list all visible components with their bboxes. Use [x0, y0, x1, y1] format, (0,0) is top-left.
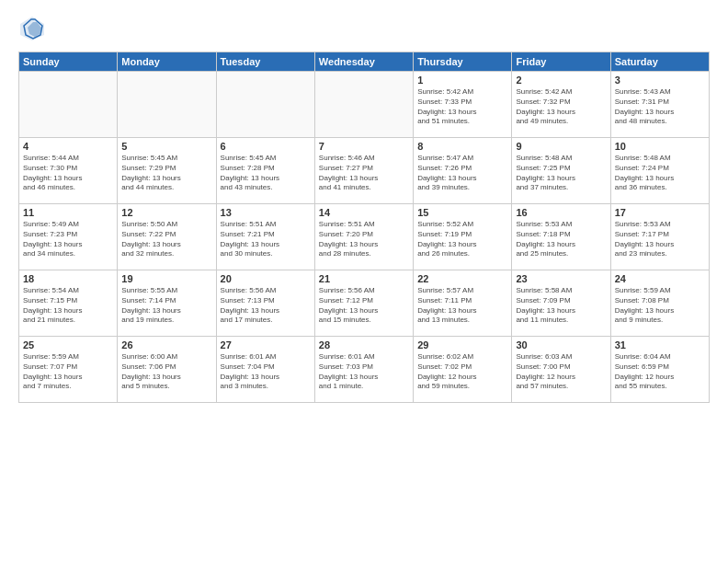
day-info: Sunrise: 5:56 AM Sunset: 7:12 PM Dayligh… [319, 286, 409, 326]
day-number: 29 [417, 339, 507, 350]
day-info: Sunrise: 5:49 AM Sunset: 7:23 PM Dayligh… [23, 220, 113, 259]
day-cell: 28Sunrise: 6:01 AM Sunset: 7:03 PM Dayli… [314, 337, 413, 403]
weekday-header-thursday: Thursday [414, 52, 512, 72]
day-number: 15 [417, 207, 507, 218]
weekday-header-friday: Friday [512, 52, 610, 72]
logo-icon [18, 15, 46, 42]
day-info: Sunrise: 5:55 AM Sunset: 7:14 PM Dayligh… [121, 286, 211, 326]
day-cell [118, 72, 216, 138]
day-cell [19, 72, 118, 138]
day-number: 23 [516, 273, 606, 284]
day-info: Sunrise: 5:45 AM Sunset: 7:28 PM Dayligh… [221, 154, 311, 193]
day-number: 21 [319, 273, 409, 284]
day-number: 27 [221, 339, 311, 350]
day-cell [314, 72, 413, 138]
day-cell [216, 72, 314, 138]
day-number: 5 [121, 141, 211, 152]
day-number: 16 [516, 207, 606, 218]
day-number: 10 [615, 141, 705, 152]
day-number: 3 [615, 75, 705, 86]
day-cell: 3Sunrise: 5:43 AM Sunset: 7:31 PM Daylig… [610, 72, 709, 138]
day-number: 1 [417, 75, 507, 86]
day-cell: 13Sunrise: 5:51 AM Sunset: 7:21 PM Dayli… [216, 204, 314, 270]
day-cell: 22Sunrise: 5:57 AM Sunset: 7:11 PM Dayli… [414, 270, 512, 337]
day-info: Sunrise: 6:03 AM Sunset: 7:00 PM Dayligh… [516, 352, 606, 392]
day-info: Sunrise: 6:02 AM Sunset: 7:02 PM Dayligh… [417, 352, 507, 392]
day-cell: 31Sunrise: 6:04 AM Sunset: 6:59 PM Dayli… [610, 337, 709, 403]
week-row-4: 18Sunrise: 5:54 AM Sunset: 7:15 PM Dayli… [19, 270, 710, 337]
week-row-1: 1Sunrise: 5:42 AM Sunset: 7:33 PM Daylig… [19, 72, 710, 138]
day-info: Sunrise: 5:51 AM Sunset: 7:21 PM Dayligh… [221, 220, 311, 259]
day-number: 6 [221, 141, 311, 152]
day-info: Sunrise: 6:01 AM Sunset: 7:04 PM Dayligh… [221, 352, 311, 392]
day-info: Sunrise: 6:04 AM Sunset: 6:59 PM Dayligh… [615, 352, 705, 392]
day-info: Sunrise: 5:56 AM Sunset: 7:13 PM Dayligh… [221, 286, 311, 326]
day-info: Sunrise: 5:42 AM Sunset: 7:32 PM Dayligh… [516, 87, 606, 127]
weekday-header-wednesday: Wednesday [314, 52, 413, 72]
day-info: Sunrise: 5:48 AM Sunset: 7:24 PM Dayligh… [615, 154, 705, 193]
day-info: Sunrise: 6:01 AM Sunset: 7:03 PM Dayligh… [319, 352, 409, 392]
weekday-header-sunday: Sunday [19, 52, 118, 72]
day-number: 20 [221, 273, 311, 284]
day-number: 14 [319, 207, 409, 218]
day-cell: 16Sunrise: 5:53 AM Sunset: 7:18 PM Dayli… [512, 204, 610, 270]
day-info: Sunrise: 5:47 AM Sunset: 7:26 PM Dayligh… [417, 154, 507, 193]
day-cell: 11Sunrise: 5:49 AM Sunset: 7:23 PM Dayli… [19, 204, 118, 270]
day-cell: 4Sunrise: 5:44 AM Sunset: 7:30 PM Daylig… [19, 138, 118, 204]
day-info: Sunrise: 5:46 AM Sunset: 7:27 PM Dayligh… [319, 154, 409, 193]
day-number: 25 [23, 339, 113, 350]
day-number: 19 [121, 273, 211, 284]
day-cell: 8Sunrise: 5:47 AM Sunset: 7:26 PM Daylig… [414, 138, 512, 204]
day-cell: 7Sunrise: 5:46 AM Sunset: 7:27 PM Daylig… [314, 138, 413, 204]
day-info: Sunrise: 5:48 AM Sunset: 7:25 PM Dayligh… [516, 154, 606, 193]
calendar: SundayMondayTuesdayWednesdayThursdayFrid… [18, 52, 710, 403]
weekday-header-saturday: Saturday [610, 52, 709, 72]
day-info: Sunrise: 5:57 AM Sunset: 7:11 PM Dayligh… [417, 286, 507, 326]
day-info: Sunrise: 5:44 AM Sunset: 7:30 PM Dayligh… [23, 154, 113, 193]
day-number: 18 [23, 273, 113, 284]
day-cell: 5Sunrise: 5:45 AM Sunset: 7:29 PM Daylig… [118, 138, 216, 204]
day-cell: 12Sunrise: 5:50 AM Sunset: 7:22 PM Dayli… [118, 204, 216, 270]
day-cell: 18Sunrise: 5:54 AM Sunset: 7:15 PM Dayli… [19, 270, 118, 337]
day-number: 22 [417, 273, 507, 284]
day-cell: 6Sunrise: 5:45 AM Sunset: 7:28 PM Daylig… [216, 138, 314, 204]
week-row-5: 25Sunrise: 5:59 AM Sunset: 7:07 PM Dayli… [19, 337, 710, 403]
day-cell: 2Sunrise: 5:42 AM Sunset: 7:32 PM Daylig… [512, 72, 610, 138]
day-number: 24 [615, 273, 705, 284]
day-number: 13 [221, 207, 311, 218]
day-cell: 26Sunrise: 6:00 AM Sunset: 7:06 PM Dayli… [118, 337, 216, 403]
day-cell: 24Sunrise: 5:59 AM Sunset: 7:08 PM Dayli… [610, 270, 709, 337]
day-info: Sunrise: 6:00 AM Sunset: 7:06 PM Dayligh… [121, 352, 211, 392]
day-cell: 29Sunrise: 6:02 AM Sunset: 7:02 PM Dayli… [414, 337, 512, 403]
day-info: Sunrise: 5:58 AM Sunset: 7:09 PM Dayligh… [516, 286, 606, 326]
day-number: 31 [615, 339, 705, 350]
day-cell: 10Sunrise: 5:48 AM Sunset: 7:24 PM Dayli… [610, 138, 709, 204]
day-info: Sunrise: 5:53 AM Sunset: 7:17 PM Dayligh… [615, 220, 705, 259]
day-info: Sunrise: 5:51 AM Sunset: 7:20 PM Dayligh… [319, 220, 409, 259]
day-number: 28 [319, 339, 409, 350]
day-cell: 25Sunrise: 5:59 AM Sunset: 7:07 PM Dayli… [19, 337, 118, 403]
day-info: Sunrise: 5:42 AM Sunset: 7:33 PM Dayligh… [417, 87, 507, 127]
weekday-header-tuesday: Tuesday [216, 52, 314, 72]
day-cell: 23Sunrise: 5:58 AM Sunset: 7:09 PM Dayli… [512, 270, 610, 337]
day-cell: 14Sunrise: 5:51 AM Sunset: 7:20 PM Dayli… [314, 204, 413, 270]
day-cell: 15Sunrise: 5:52 AM Sunset: 7:19 PM Dayli… [414, 204, 512, 270]
day-number: 11 [23, 207, 113, 218]
logo [18, 15, 48, 42]
day-number: 7 [319, 141, 409, 152]
day-info: Sunrise: 5:59 AM Sunset: 7:08 PM Dayligh… [615, 286, 705, 326]
week-row-3: 11Sunrise: 5:49 AM Sunset: 7:23 PM Dayli… [19, 204, 710, 270]
day-info: Sunrise: 5:54 AM Sunset: 7:15 PM Dayligh… [23, 286, 113, 326]
day-number: 2 [516, 75, 606, 86]
day-info: Sunrise: 5:59 AM Sunset: 7:07 PM Dayligh… [23, 352, 113, 392]
day-number: 26 [121, 339, 211, 350]
day-number: 8 [417, 141, 507, 152]
day-cell: 9Sunrise: 5:48 AM Sunset: 7:25 PM Daylig… [512, 138, 610, 204]
day-number: 4 [23, 141, 113, 152]
day-info: Sunrise: 5:52 AM Sunset: 7:19 PM Dayligh… [417, 220, 507, 259]
day-cell: 27Sunrise: 6:01 AM Sunset: 7:04 PM Dayli… [216, 337, 314, 403]
day-cell: 17Sunrise: 5:53 AM Sunset: 7:17 PM Dayli… [610, 204, 709, 270]
day-cell: 21Sunrise: 5:56 AM Sunset: 7:12 PM Dayli… [314, 270, 413, 337]
week-row-2: 4Sunrise: 5:44 AM Sunset: 7:30 PM Daylig… [19, 138, 710, 204]
day-cell: 1Sunrise: 5:42 AM Sunset: 7:33 PM Daylig… [414, 72, 512, 138]
